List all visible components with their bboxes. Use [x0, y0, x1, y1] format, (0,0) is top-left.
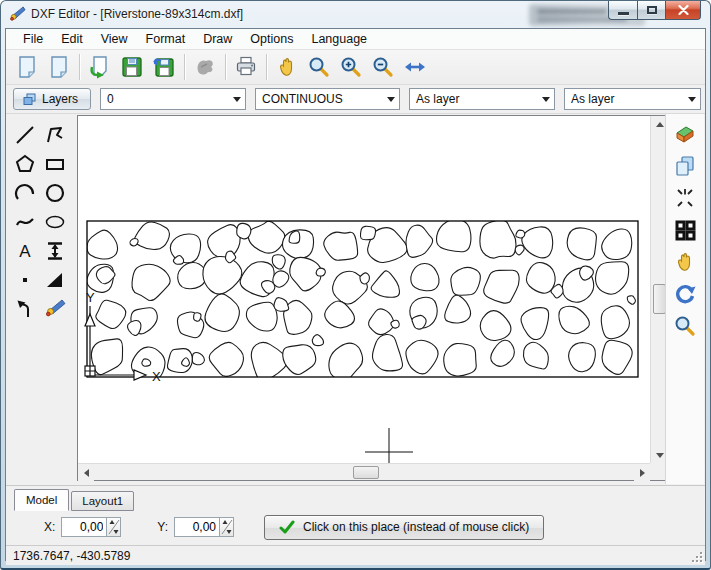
pan-button[interactable] [271, 52, 303, 82]
point-tool-button[interactable] [10, 265, 40, 294]
line-tool-button[interactable] [10, 120, 40, 149]
drawing-canvas-frame: YX [77, 115, 668, 481]
client-area: File Edit View Format Draw Options Langu… [5, 28, 706, 561]
layer-select[interactable]: 0 [100, 88, 246, 110]
blocks-icon [673, 218, 697, 242]
linetype-select[interactable]: CONTINUOUS [255, 88, 400, 110]
zoom-tool-button[interactable] [673, 314, 697, 338]
click-place-button[interactable]: Click on this place (instead of mouse cl… [264, 515, 544, 540]
zoom-in-button[interactable] [335, 52, 367, 82]
menu-language[interactable]: Language [302, 30, 376, 48]
minimize-button[interactable] [608, 1, 637, 20]
paint-brush-tool-button[interactable] [40, 294, 70, 323]
click-place-button-label: Click on this place (instead of mouse cl… [303, 520, 529, 534]
layer-toolbar: Layers 0 CONTINUOUS As layer As layer [6, 85, 705, 114]
color-select[interactable]: As layer [409, 88, 555, 110]
blocks-tool-button[interactable] [673, 218, 697, 242]
menu-format[interactable]: Format [137, 30, 195, 48]
open-file-button[interactable] [84, 52, 116, 82]
text-height-icon [44, 240, 66, 262]
zoom-extents-button[interactable] [399, 52, 431, 82]
chevron-down-icon [542, 97, 550, 102]
spinner-arrows-icon [108, 518, 120, 536]
color-select-value: As layer [416, 92, 459, 106]
draw-palette: A [10, 120, 70, 323]
y-coordinate-stepper[interactable] [220, 517, 234, 537]
hand-tool-button[interactable] [673, 250, 697, 274]
toolbar-separator [79, 54, 80, 80]
polygon-tool-button[interactable] [10, 149, 40, 178]
new-file-alt-icon [47, 55, 71, 79]
menu-file[interactable]: File [14, 30, 52, 48]
toolbar-separator [225, 54, 226, 80]
ellipse-tool-button[interactable] [40, 207, 70, 236]
drawing-canvas[interactable]: YX [78, 116, 650, 463]
undo-arrow-tool-button[interactable] [10, 294, 40, 323]
rectangle-tool-button[interactable] [40, 149, 70, 178]
x-coordinate-input[interactable] [61, 517, 107, 537]
save-as-file-icon [152, 55, 176, 79]
arrow-up-icon [656, 122, 664, 127]
text-height-tool-button[interactable] [40, 236, 70, 265]
horizontal-scrollbar[interactable] [78, 463, 650, 480]
eraser-tool-button[interactable] [673, 122, 697, 146]
lineweight-select[interactable]: As layer [564, 88, 701, 110]
circle-tool-button[interactable] [40, 178, 70, 207]
copy-tool-button[interactable] [673, 154, 697, 178]
layers-button[interactable]: Layers [13, 88, 91, 110]
arrow-right-icon [640, 469, 645, 477]
new-file-button[interactable] [11, 52, 43, 82]
solid-fill-tool-button[interactable] [40, 265, 70, 294]
line-icon [14, 124, 36, 146]
scroll-left-button[interactable] [78, 464, 94, 481]
eraser-icon [673, 122, 697, 146]
hand-icon [673, 250, 697, 274]
toolbar-separator [266, 54, 267, 80]
close-button[interactable] [666, 1, 701, 20]
svg-text:Y: Y [86, 290, 95, 305]
scroll-right-button[interactable] [634, 464, 650, 481]
polyline-tool-button[interactable] [40, 120, 70, 149]
horizontal-scrollbar-thumb[interactable] [353, 466, 379, 479]
menu-draw[interactable]: Draw [194, 30, 241, 48]
chevron-down-icon [387, 97, 395, 102]
main-toolbar [6, 50, 705, 85]
zoom-out-button[interactable] [367, 52, 399, 82]
menu-edit[interactable]: Edit [52, 30, 92, 48]
minimize-icon [618, 12, 629, 15]
print-button[interactable] [230, 52, 262, 82]
explode-tool-button[interactable] [673, 186, 697, 210]
app-brush-icon [9, 6, 26, 23]
polygon-icon [14, 153, 36, 175]
resize-grip[interactable] [690, 550, 702, 562]
zoom-button[interactable] [303, 52, 335, 82]
lineweight-select-value: As layer [571, 92, 614, 106]
modify-palette [665, 114, 704, 484]
x-coordinate-stepper[interactable] [107, 517, 121, 537]
rotate-tool-button[interactable] [673, 282, 697, 306]
save-as-file-button[interactable] [148, 52, 180, 82]
zoom-icon [307, 55, 331, 79]
menu-view[interactable]: View [92, 30, 137, 48]
stamp-disabled-icon [193, 55, 217, 79]
solid-fill-icon [44, 269, 66, 291]
title-bar[interactable]: DXF Editor - [Riverstone-89x314cm.dxf] [1, 1, 710, 28]
save-file-button[interactable] [116, 52, 148, 82]
arrow-down-icon [656, 453, 664, 458]
text-tool-button[interactable]: A [10, 236, 40, 265]
green-check-icon [279, 520, 295, 534]
spline-tool-button[interactable] [10, 207, 40, 236]
tab-layout1[interactable]: Layout1 [71, 491, 134, 511]
stamp-disabled-button[interactable] [189, 52, 221, 82]
tab-model[interactable]: Model [14, 489, 69, 511]
copy-icon [673, 154, 697, 178]
rectangle-icon [44, 153, 66, 175]
y-coordinate-input[interactable] [174, 517, 220, 537]
x-coordinate-label: X: [44, 520, 55, 534]
arc-tool-button[interactable] [10, 178, 40, 207]
new-file-alt-button[interactable] [43, 52, 75, 82]
menu-options[interactable]: Options [241, 30, 302, 48]
spinner-arrows-icon [221, 518, 233, 536]
maximize-button[interactable] [637, 1, 666, 20]
open-file-icon [88, 55, 112, 79]
